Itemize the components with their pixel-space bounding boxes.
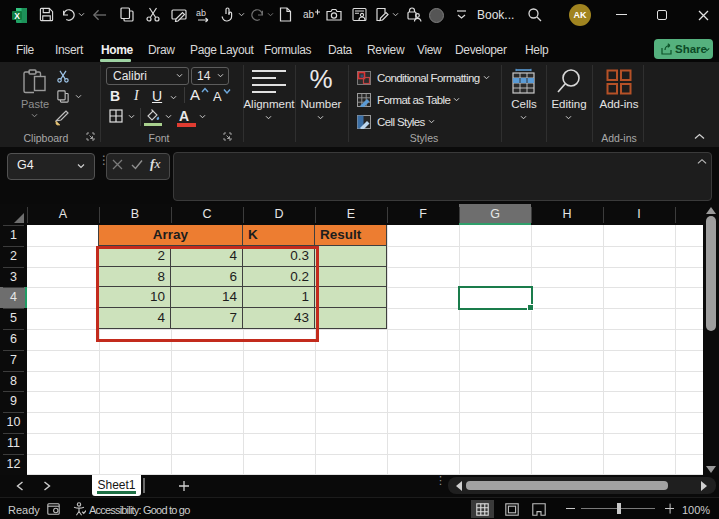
svg-text:ab: ab xyxy=(196,8,206,18)
svg-text:ab: ab xyxy=(303,9,315,20)
svg-text:X: X xyxy=(14,11,20,21)
